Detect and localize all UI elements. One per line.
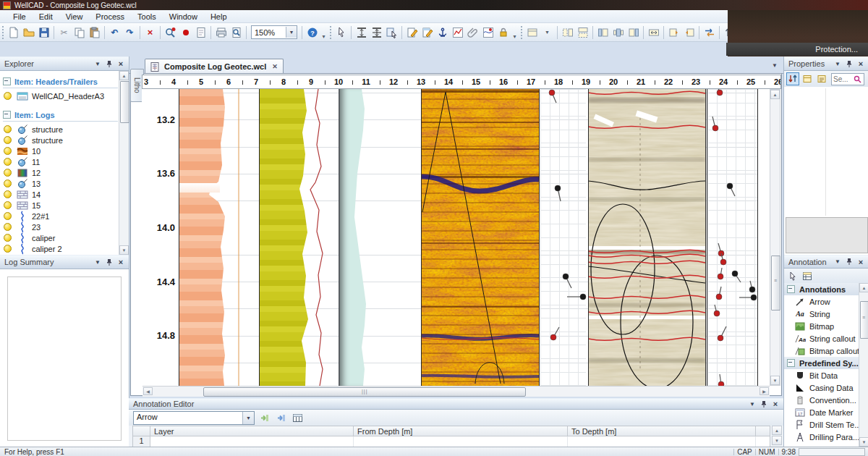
log-summary-menu-icon[interactable]: ▼ — [93, 258, 103, 267]
annotation-item-drilling-para-[interactable]: Drilling Para... — [784, 431, 860, 443]
toolbar-attach-button[interactable] — [465, 25, 480, 40]
annotation-item-arrow[interactable]: Arrow — [784, 295, 860, 308]
log-summary-close-icon[interactable]: × — [116, 258, 126, 267]
toolbar-split-horizontal-button[interactable] — [560, 25, 575, 40]
scroll-thumb[interactable]: ||| — [203, 387, 526, 397]
toolbar-fit-height-button[interactable] — [354, 25, 369, 40]
annotation-item-bitmap[interactable]: Bitmap — [784, 320, 860, 332]
visibility-bulb-icon[interactable] — [4, 136, 12, 144]
tab-composite-log[interactable]: Composite Log Geotec.wcl ✕ — [145, 59, 284, 74]
toolbar-align-left-button[interactable] — [595, 25, 610, 40]
toolbar-redo-button[interactable]: ↷ — [122, 25, 137, 40]
annotation-group-1[interactable]: Predefined Sy... — [784, 357, 860, 369]
toolbar-grip[interactable] — [330, 26, 331, 39]
toolbar-print-button[interactable] — [213, 25, 229, 40]
annotation-item-bit-data[interactable]: Bit Data — [784, 369, 860, 381]
explorer-scrollbar[interactable]: ▲ ▼ — [119, 71, 129, 255]
menu-process[interactable]: Process — [90, 12, 130, 22]
visibility-bulb-icon[interactable] — [4, 125, 12, 133]
grid-cell[interactable] — [354, 436, 568, 447]
explorer-item-23[interactable]: 23 — [0, 221, 119, 232]
menu-view[interactable]: View — [60, 12, 89, 22]
visibility-bulb-icon[interactable] — [4, 169, 12, 177]
explorer-item-12[interactable]: 12 — [0, 167, 119, 178]
menu-edit[interactable]: Edit — [33, 12, 59, 22]
toolbar-pointer-button[interactable] — [333, 25, 349, 40]
annotation-item-string[interactable]: Aa String — [784, 308, 860, 320]
annotation-editor-close-icon[interactable]: × — [770, 400, 780, 409]
explorer-item-wellcad-headera3[interactable]: WellCAD_HeaderA3 — [0, 90, 119, 101]
annotation-item-bitmap-callout[interactable]: Bitmap callout — [784, 345, 860, 357]
toolbar-swap-button[interactable] — [702, 25, 717, 40]
grid-cell[interactable] — [150, 436, 354, 447]
annotation-item-casing-data[interactable]: Casing Data — [784, 381, 860, 394]
collapse-icon[interactable] — [3, 77, 11, 85]
toolbar-delete-button[interactable]: × — [142, 25, 158, 40]
visibility-bulb-icon[interactable] — [4, 212, 12, 220]
collapse-icon[interactable] — [787, 285, 795, 293]
apply-annotation-button[interactable] — [258, 411, 271, 424]
visibility-bulb-icon[interactable] — [4, 92, 12, 100]
grid-cell[interactable]: 1 — [133, 436, 150, 447]
properties-pin-icon[interactable] — [844, 59, 854, 69]
grid-column-To Depth [m][interactable]: To Depth [m] — [568, 426, 756, 436]
toolbar-align-center-button[interactable] — [610, 25, 626, 40]
annotation-item-convention-[interactable]: Convention... — [784, 394, 860, 406]
grid-scroll-up-icon[interactable]: ▲ — [772, 426, 782, 435]
plot-horizontal-scrollbar[interactable]: ◀ ||| ▶ — [142, 386, 770, 397]
collapse-icon[interactable] — [3, 111, 11, 119]
explorer-item-15[interactable]: 15 — [0, 200, 119, 211]
explorer-item-10[interactable]: 10 — [0, 145, 119, 156]
scroll-left-icon[interactable]: ◀ — [143, 387, 153, 395]
annotation-type-combobox[interactable]: Arrow ▼ — [133, 411, 255, 425]
explorer-item-caliper-2[interactable]: caliper 2 — [0, 243, 119, 254]
annotation-group-0[interactable]: Annotations — [784, 283, 860, 295]
toolbar-zoom-search-button[interactable] — [163, 25, 178, 40]
toolbar-marker-button[interactable] — [178, 25, 193, 40]
menu-file[interactable]: File — [7, 12, 32, 22]
visibility-bulb-icon[interactable] — [4, 158, 12, 166]
toolbar-help-button[interactable]: ? — [305, 25, 320, 40]
toolbar-align-right-button[interactable] — [626, 25, 641, 40]
toolbar-save-button[interactable] — [36, 25, 51, 40]
toolbar-structure-tools-button[interactable] — [480, 25, 495, 40]
grid-column-Layer[interactable]: Layer — [150, 426, 354, 436]
scroll-thumb[interactable]: ≡ — [771, 256, 780, 311]
scroll-up-icon[interactable]: ▲ — [119, 71, 129, 80]
scroll-down-icon[interactable]: ▼ — [770, 376, 780, 385]
properties-search-box[interactable] — [831, 73, 864, 85]
toolbar-move-left-button[interactable] — [666, 25, 681, 40]
toolbar-fit-width-button[interactable] — [369, 25, 384, 40]
log-plot-area[interactable]: 13.213.614.014.414.8 — [142, 89, 781, 386]
annotation-menu-icon[interactable]: ▼ — [833, 257, 843, 266]
explorer-group-1[interactable]: Item: Logs — [3, 109, 118, 122]
annotation-scrollbar[interactable]: ▲ ≡ ▼ — [859, 283, 868, 447]
grid-scroll-down-icon[interactable]: ▼ — [772, 436, 782, 445]
scroll-thumb[interactable] — [120, 81, 129, 123]
toolbar-edit-log-button[interactable] — [404, 25, 420, 40]
annotation-list-button[interactable] — [801, 269, 814, 282]
toolbar-edit-header-button[interactable] — [420, 25, 435, 40]
properties-menu-icon[interactable]: ▼ — [833, 59, 843, 69]
explorer-item-22-1[interactable]: 22#1 — [0, 211, 119, 221]
visibility-bulb-icon[interactable] — [4, 190, 12, 198]
goto-annotation-button[interactable] — [274, 411, 288, 424]
annotation-item-drill-stem-te-[interactable]: Drill Stem Te... — [784, 418, 860, 431]
annotation-pin-icon[interactable] — [844, 257, 854, 266]
collapse-icon[interactable] — [787, 359, 795, 367]
search-input[interactable] — [832, 75, 854, 83]
toolbar-overflow-icon[interactable]: ▾ — [320, 25, 328, 40]
toolbar-overflow-icon[interactable]: ▾ — [511, 25, 519, 40]
explorer-item-14[interactable]: 14 — [0, 189, 119, 200]
menu-help[interactable]: Help — [205, 12, 233, 22]
annotation-editor-pin-icon[interactable] — [759, 400, 769, 409]
sort-properties-button[interactable] — [786, 72, 799, 85]
scroll-down-icon[interactable]: ▼ — [859, 437, 868, 447]
toolbar-split-vertical-button[interactable] — [575, 25, 590, 40]
annotation-grid[interactable]: 1LayerFrom Depth [m]To Depth [m] — [132, 426, 770, 448]
table-view-button[interactable] — [291, 411, 305, 424]
menu-window[interactable]: Window — [163, 12, 203, 22]
toolbar-open-button[interactable] — [21, 25, 36, 40]
zoom-level-combobox[interactable]: 150% ▼ — [251, 25, 297, 39]
properties-close-icon[interactable]: × — [856, 59, 866, 69]
